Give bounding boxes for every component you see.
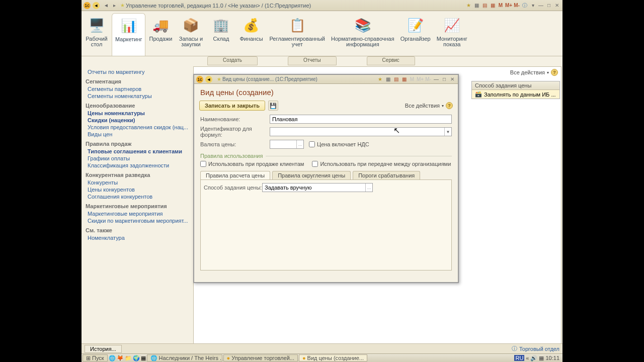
lang-indicator[interactable]: RU	[514, 355, 524, 361]
quicklaunch-firefox-icon[interactable]: 🦊	[117, 355, 124, 361]
ribbon-warehouse[interactable]: 🏢Склад	[206, 13, 236, 56]
method-combo[interactable]: Задавать вручную …	[262, 183, 373, 192]
nav-next-icon[interactable]: ▸	[111, 2, 118, 9]
calc-icon[interactable]: ▤	[392, 76, 399, 83]
currency-combo[interactable]: …	[270, 140, 304, 149]
calc-icon[interactable]: ▤	[481, 2, 488, 9]
marketing-icon: 📊	[119, 16, 139, 36]
minimize-icon[interactable]: —	[537, 2, 544, 9]
sidebar-top-link[interactable]: Отчеты по маркетингу	[84, 68, 190, 75]
all-actions-button[interactable]: Все действия	[405, 103, 440, 109]
m-plus-icon[interactable]: M+	[417, 76, 424, 83]
tab-reports[interactable]: Отчеты	[288, 56, 337, 65]
tab-create[interactable]: Создать	[207, 56, 258, 65]
quicklaunch-chrome-icon[interactable]: 🌐	[109, 355, 116, 361]
sidebar-link[interactable]: Конкуренты	[84, 179, 190, 186]
method-list-row[interactable]: 🗃️ Заполнять по данным ИБ ...	[472, 90, 559, 99]
tray-expand-icon[interactable]: «	[526, 355, 529, 361]
chevron-down-icon[interactable]: ▼	[444, 128, 451, 136]
calendar-icon[interactable]: ▦	[384, 76, 391, 83]
sidebar-link[interactable]: Сегменты номенклатуры	[84, 93, 190, 100]
back-icon[interactable]: ◄	[93, 2, 100, 9]
sidebar-link[interactable]: Виды цен	[84, 131, 190, 138]
sell-checkbox[interactable]	[200, 161, 206, 167]
sidebar: Отчеты по маркетингу СегментацияСегменты…	[82, 65, 192, 362]
m-minus-icon[interactable]: M-	[513, 2, 520, 9]
help-icon[interactable]: ?	[446, 102, 453, 109]
sidebar-link[interactable]: Скидки (наценки)	[84, 117, 190, 124]
star-icon[interactable]: ★	[215, 76, 222, 83]
ribbon-marketing[interactable]: 📊Маркетинг	[112, 13, 145, 56]
sidebar-link[interactable]: Типовые соглашения с клиентами	[84, 148, 190, 155]
save-button[interactable]: 💾	[268, 101, 278, 111]
help-icon[interactable]: ?	[551, 69, 558, 76]
all-actions-button[interactable]: Все действия	[510, 69, 545, 75]
dropdown-icon[interactable]: ▾	[529, 2, 536, 9]
grid-icon[interactable]: ▦	[489, 2, 496, 9]
taskbar-item-1[interactable]: 🌐Наследники / The Heirs ...	[147, 354, 222, 361]
sidebar-link[interactable]: Скидки по маркетинговым мероприят...	[84, 217, 190, 224]
tab-calc-rules[interactable]: Правила расчета цены	[200, 171, 270, 179]
close-icon[interactable]: ✕	[449, 76, 456, 83]
close-icon[interactable]: ✕	[553, 2, 560, 9]
clock[interactable]: 10:11	[545, 355, 559, 361]
info-icon[interactable]: ⓘ	[521, 2, 528, 9]
star-icon[interactable]: ★	[119, 2, 126, 9]
ribbon-finance[interactable]: 💰Финансы	[236, 13, 266, 56]
m-plus-icon[interactable]: M+	[505, 2, 512, 9]
ribbon-ref[interactable]: 📚Нормативно-справочнаяинформация	[328, 13, 397, 56]
ellipsis-icon[interactable]: …	[365, 184, 372, 192]
tab-thresholds[interactable]: Пороги срабатывания	[353, 171, 420, 179]
ribbon-sales[interactable]: 🚚Продажи	[145, 13, 176, 56]
back-icon[interactable]: ◄	[205, 76, 212, 83]
vat-checkbox[interactable]	[309, 141, 315, 147]
windows-icon: ⊞	[86, 355, 91, 361]
sidebar-link[interactable]: Маркетинговые мероприятия	[84, 210, 190, 217]
m-icon[interactable]: M	[409, 76, 416, 83]
sidebar-link[interactable]: Классификация задолженности	[84, 162, 190, 169]
dropdown-icon[interactable]: ▾	[442, 104, 444, 108]
history-button[interactable]: История...	[85, 345, 122, 353]
sidebar-link[interactable]: Сегменты партнеров	[84, 85, 190, 93]
favorite-icon[interactable]: ★	[376, 76, 383, 83]
ellipsis-icon[interactable]: …	[296, 140, 303, 148]
sidebar-link[interactable]: Графики оплаты	[84, 155, 190, 162]
formula-combo[interactable]: ▼	[270, 127, 452, 136]
name-input[interactable]	[270, 115, 452, 124]
ribbon-monitor[interactable]: 📈Мониторингпоказа	[434, 13, 470, 56]
maximize-icon[interactable]: □	[441, 76, 448, 83]
dropdown-icon[interactable]: ▾	[547, 70, 549, 75]
maximize-icon[interactable]: □	[545, 2, 552, 9]
taskbar-item-2[interactable]: ●Управление торговлей...	[223, 354, 298, 361]
quicklaunch-totalcmd-icon[interactable]: 📁	[125, 355, 132, 361]
save-and-close-button[interactable]: Записать и закрыть	[199, 101, 265, 111]
sidebar-link[interactable]: Условия предоставления скидок (нац...	[84, 124, 190, 131]
sidebar-link[interactable]: Соглашения конкурентов	[84, 193, 190, 200]
tab-round-rules[interactable]: Правила округления цены	[272, 171, 351, 179]
minimize-icon[interactable]: —	[433, 76, 440, 83]
taskbar-item-3[interactable]: ●Вид цены (создание...	[299, 354, 367, 361]
ribbon: 🖥️Рабочийстол 📊Маркетинг 🚚Продажи 📦Запас…	[82, 11, 562, 56]
sidebar-group-header: Маркетинговые мероприятия	[84, 200, 190, 210]
ribbon-desktop[interactable]: 🖥️Рабочийстол	[82, 13, 112, 56]
sidebar-link[interactable]: Цены конкурентов	[84, 186, 190, 193]
ribbon-stock[interactable]: 📦Запасы изакупки	[176, 13, 206, 56]
ribbon-organizer[interactable]: 📝Органайзер	[397, 13, 434, 56]
dialog-window-title: Вид цены (создание... (1С:Предприятие)	[222, 76, 375, 82]
start-button[interactable]: ⊞Пуск	[83, 354, 108, 361]
grid-icon[interactable]: ▦	[400, 76, 408, 83]
sidebar-link[interactable]: Цены номенклатуры	[84, 110, 190, 117]
tab-service[interactable]: Сервис	[367, 56, 415, 65]
calendar-icon[interactable]: ▦	[473, 2, 480, 9]
favorite-icon[interactable]: ★	[465, 2, 472, 9]
tray-app-icon[interactable]: ▦	[539, 355, 544, 361]
m-minus-icon[interactable]: M-	[425, 76, 432, 83]
sidebar-link[interactable]: Номенклатура	[84, 234, 190, 241]
ribbon-reg[interactable]: 📋Регламентированныйучет	[266, 13, 328, 56]
transfer-checkbox[interactable]	[312, 161, 318, 167]
quicklaunch-app-icon[interactable]: ▦	[141, 355, 146, 361]
nav-prev-icon[interactable]: ◄	[103, 2, 110, 9]
quicklaunch-ie-icon[interactable]: 🌍	[133, 355, 140, 361]
m-icon[interactable]: M	[497, 2, 504, 9]
tray-volume-icon[interactable]: 🔊	[530, 355, 537, 361]
